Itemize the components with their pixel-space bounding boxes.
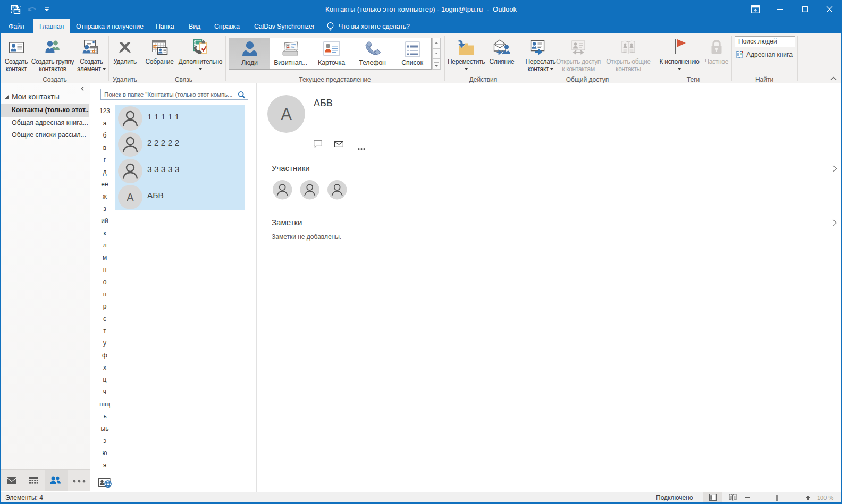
svg-text:А: А — [281, 105, 292, 124]
svg-text:А: А — [127, 191, 134, 203]
